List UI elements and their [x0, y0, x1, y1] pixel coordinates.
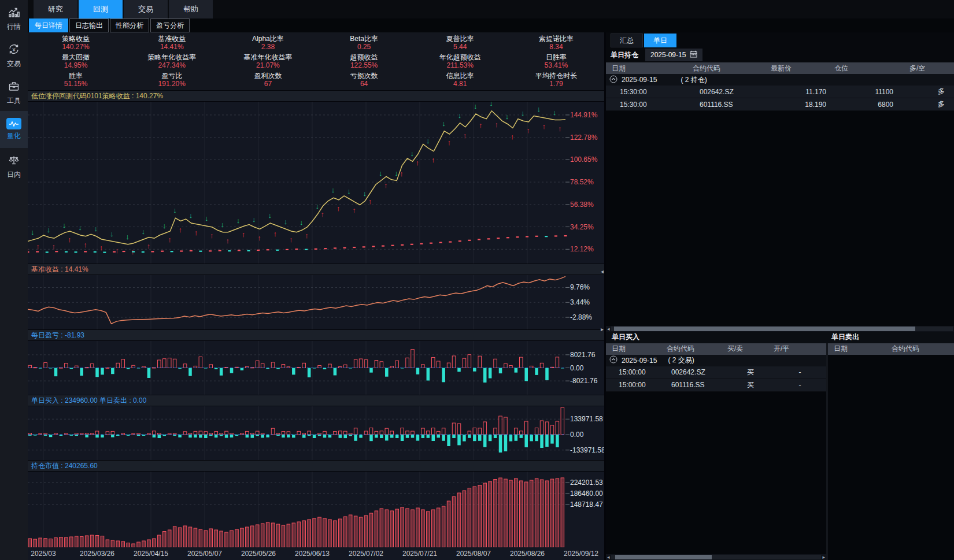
sidebar-item-intraday[interactable]: 日内	[0, 148, 28, 185]
axis-tick-label: -133971.58	[570, 447, 604, 454]
svg-text:↓: ↓	[299, 218, 304, 227]
date-axis-label: 2025/09/12	[564, 550, 598, 558]
svg-text:↑: ↑	[68, 235, 72, 244]
svg-text:↓: ↓	[394, 169, 398, 177]
svg-text:↑: ↑	[447, 138, 451, 147]
svg-text:↑: ↑	[337, 204, 341, 213]
menu-trade[interactable]: 交易	[124, 0, 168, 18]
svg-text:↓: ↓	[125, 232, 130, 241]
axis-tick-label: 144.91%	[570, 112, 597, 118]
top-menubar: 研究 回测 交易 帮助	[28, 0, 954, 18]
sells-title: 单日卖出	[828, 332, 859, 342]
splitter-handle-icon[interactable]: ◂	[601, 268, 604, 275]
sidebar-item-tools[interactable]: 工具	[0, 74, 28, 111]
scroll-left-icon[interactable]: ◂	[607, 554, 610, 560]
axis-tick-label: 56.38%	[570, 201, 594, 208]
scroll-thumb[interactable]	[615, 555, 712, 559]
scroll-thumb[interactable]	[614, 327, 915, 331]
axis-tick-label: -8021.76	[570, 377, 597, 384]
strategy-return-chart[interactable]: ↑↑↑↑↑↑↑↑↑↑↑↑↑↑↑↑↑↑↑↑↑↑↑↑↑↑↑↑↑↑↑↑↑↑↑↓↓↓↓↓…	[28, 102, 604, 264]
axis-tick-label: 133971.58	[570, 416, 603, 422]
svg-text:↑: ↑	[178, 225, 182, 234]
svg-text:↓: ↓	[162, 221, 167, 230]
svg-text:↓: ↓	[94, 224, 98, 233]
buys-title: 单日买入	[606, 332, 828, 342]
date-axis-label: 2025/08/07	[456, 550, 491, 558]
tab-summary[interactable]: 汇总	[611, 34, 643, 47]
buys-row[interactable]: 15:00:00 002642.SZ 买 -	[606, 366, 826, 379]
collapse-icon[interactable]	[609, 355, 617, 365]
date-axis-label: 2025/03	[31, 550, 56, 558]
stat-cell: 胜率51.15%	[28, 71, 124, 89]
sidebar-item-quant[interactable]: 量化	[0, 111, 28, 148]
trade-section-titles: 单日买入 单日卖出	[606, 332, 954, 343]
svg-text:↓: ↓	[474, 102, 478, 110]
buys-table-header: 日期 合约代码 买/卖 开/平	[606, 343, 826, 355]
svg-text:↓: ↓	[189, 211, 193, 220]
left-sidebar: 行情 ¥ 交易 工具	[0, 0, 28, 560]
position-value-chart[interactable]: 224201.53186460.00148718.47	[28, 472, 604, 547]
daily-buysell-chart[interactable]: 133971.580.00-133971.58	[28, 406, 604, 460]
date-axis-label: 2025/03/26	[80, 550, 114, 558]
tab-single-day[interactable]: 单日	[644, 34, 676, 47]
svg-text:↓: ↓	[142, 227, 146, 236]
menu-research[interactable]: 研究	[34, 0, 77, 18]
svg-text:↓: ↓	[205, 214, 209, 222]
svg-text:↓: ↓	[110, 229, 114, 238]
daily-buysell-chart-title: 单日买入 : 234960.00 单日卖出 : 0.00	[28, 395, 604, 406]
group-date: 2025-09-15	[622, 76, 657, 84]
splitter-handle-icon[interactable]: ▸	[601, 326, 604, 332]
svg-text:↓: ↓	[220, 220, 224, 229]
holdings-row[interactable]: 15:30:00 002642.SZ 11.170 11100 多	[606, 86, 954, 98]
holdings-row[interactable]: 15:30:00 601116.SS 18.190 6800 多	[606, 98, 954, 111]
group-count: ( 2 交易)	[661, 355, 694, 365]
date-picker-value: 2025-09-15	[650, 51, 686, 59]
stat-cell: 盈利次数67	[220, 71, 316, 89]
axis-tick-label: 100.65%	[570, 156, 597, 163]
svg-text:↑: ↑	[526, 126, 530, 135]
stat-cell: Alpha比率2.38	[220, 34, 316, 52]
sells-empty-area	[828, 355, 954, 560]
stats-grid: 策略收益140.27% 基准收益14.41% Alpha比率2.38 Beta比…	[28, 32, 604, 90]
menu-backtest[interactable]: 回测	[79, 0, 123, 18]
scroll-track[interactable]	[611, 327, 953, 331]
svg-text:↓: ↓	[379, 169, 383, 177]
tab-daily-detail[interactable]: 每日详情	[29, 18, 68, 32]
axis-tick-label: 12.12%	[570, 246, 594, 253]
date-picker[interactable]: 2025-09-15	[645, 49, 702, 61]
buys-row[interactable]: 15:00:00 601116.SS 买 -	[606, 379, 826, 392]
svg-text:↑: ↑	[289, 235, 293, 244]
holdings-group-row[interactable]: 2025-09-15 ( 2 持仓)	[606, 74, 954, 86]
sidebar-item-market[interactable]: 行情	[0, 0, 28, 37]
svg-text:↑: ↑	[99, 243, 103, 252]
menu-help[interactable]: 帮助	[169, 0, 213, 18]
subtab-bar: 每日详情 日志输出 性能分析 盈亏分析	[28, 18, 954, 32]
scroll-track[interactable]	[611, 555, 822, 559]
sidebar-item-label: 交易	[7, 59, 21, 69]
buys-group-row[interactable]: 2025-09-15 ( 2 交易)	[606, 355, 826, 366]
benchmark-return-chart[interactable]: 9.76%3.44%-2.88%	[28, 275, 604, 329]
bottom-horizontal-scrollbar[interactable]: ◂ ▸	[606, 554, 826, 560]
collapse-icon[interactable]	[609, 75, 617, 85]
axis-tick-label: 78.52%	[570, 179, 594, 186]
daily-pnl-chart[interactable]: 8021.760.00-8021.76	[28, 341, 604, 395]
group-count: ( 2 持仓)	[661, 75, 707, 85]
scroll-left-icon[interactable]: ◂	[607, 326, 610, 332]
mid-horizontal-scrollbar[interactable]: ◂	[606, 326, 954, 332]
stat-cell: 年化超额收益211.53%	[412, 52, 508, 71]
svg-text:↓: ↓	[426, 136, 430, 145]
svg-text:↑: ↑	[305, 231, 309, 240]
date-axis-label: 2025/07/02	[349, 550, 383, 558]
scroll-right-icon[interactable]: ▸	[822, 554, 825, 560]
svg-text:↑: ↑	[36, 242, 39, 251]
sidebar-item-trade[interactable]: ¥ 交易	[0, 37, 28, 74]
tab-pnl-analysis[interactable]: 盈亏分析	[150, 18, 190, 32]
benchmark-chart-title: 基准收益 : 14.41%	[28, 264, 604, 275]
svg-text:↓: ↓	[537, 105, 541, 113]
date-axis-label: 2025/04/15	[134, 550, 168, 558]
svg-text:↑: ↑	[368, 197, 372, 206]
tab-performance[interactable]: 性能分析	[110, 18, 149, 32]
strategy-chart-title: 低位涨停回测代码0101策略收益 : 140.27%	[28, 90, 604, 102]
tab-log-output[interactable]: 日志输出	[69, 18, 109, 32]
position-value-chart-title: 持仓市值 : 240265.60	[28, 460, 604, 472]
